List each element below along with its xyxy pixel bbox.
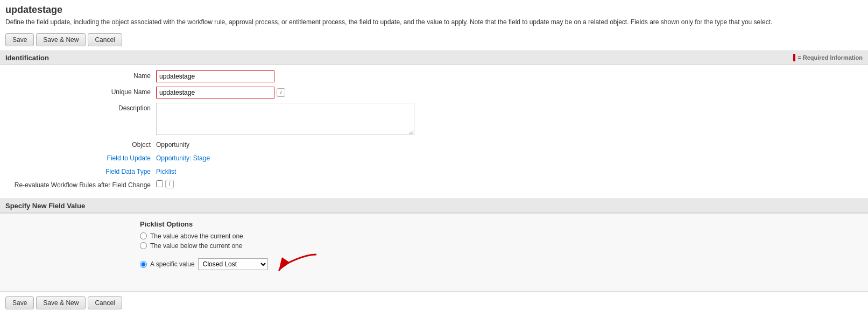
field-to-update-value-wrapper: Opportunity: Stage (156, 153, 863, 162)
field-to-update-label: Field to Update (5, 153, 156, 162)
identification-section-header: Identification = Required Information (0, 51, 868, 65)
bottom-cancel-button[interactable]: Cancel (88, 296, 122, 309)
description-row: Description (0, 103, 868, 135)
description-textarea[interactable] (156, 103, 414, 135)
specify-section-header: Specify New Field Value (0, 199, 868, 213)
picklist-radio-2[interactable] (140, 242, 147, 249)
field-data-type-label: Field Data Type (5, 166, 156, 175)
field-data-type-value: Picklist (156, 166, 176, 175)
object-value-wrapper: Opportunity (156, 139, 863, 149)
description-control-wrapper (156, 103, 863, 135)
picklist-option-3-label: A specific value (150, 260, 195, 268)
bottom-toolbar: Save Save & New Cancel (0, 292, 868, 314)
name-control-wrapper (156, 70, 863, 82)
unique-name-row: Unique Name i (0, 87, 868, 98)
identification-form: Name Unique Name i Description Object Op… (0, 65, 868, 199)
re-evaluate-control-wrapper: i (156, 180, 863, 188)
picklist-option-1: The value above the current one (140, 232, 868, 240)
picklist-option-3: A specific value Closed Lost Closed Won … (140, 252, 868, 277)
picklist-option-2: The value below the current one (140, 242, 868, 250)
red-arrow-svg (273, 252, 322, 275)
re-evaluate-row: Re-evaluate Workflow Rules after Field C… (0, 180, 868, 189)
specify-section-title: Specify New Field Value (5, 202, 85, 210)
identification-section-title: Identification (5, 54, 49, 62)
picklist-radio-3[interactable] (140, 261, 147, 268)
required-bar-icon (793, 54, 795, 61)
page-header: updatestage Define the field update, inc… (0, 0, 868, 29)
field-to-update-value: Opportunity: Stage (156, 153, 210, 162)
unique-name-control-wrapper: i (156, 87, 863, 98)
specific-value-select[interactable]: Closed Lost Closed Won Prospecting Quali… (198, 258, 268, 270)
re-evaluate-label: Re-evaluate Workflow Rules after Field C… (5, 180, 156, 189)
unique-name-info-icon[interactable]: i (277, 88, 285, 97)
object-value: Opportunity (156, 139, 189, 149)
page-description: Define the field update, including the o… (5, 18, 863, 27)
page-wrapper: updatestage Define the field update, inc… (0, 0, 868, 318)
picklist-radio-1[interactable] (140, 232, 147, 239)
picklist-options-container: Picklist Options The value above the cur… (0, 214, 868, 286)
top-toolbar: Save Save & New Cancel (0, 29, 868, 51)
required-info: = Required Information (793, 54, 863, 61)
specify-section: Picklist Options The value above the cur… (0, 213, 868, 291)
name-row: Name (0, 70, 868, 82)
required-info-text: = Required Information (798, 54, 863, 61)
field-to-update-row: Field to Update Opportunity: Stage (0, 153, 868, 162)
top-cancel-button[interactable]: Cancel (88, 33, 122, 46)
top-save-new-button[interactable]: Save & New (36, 33, 86, 46)
picklist-options-label: Picklist Options (140, 220, 868, 228)
object-label: Object (5, 139, 156, 149)
picklist-option-2-label: The value below the current one (150, 242, 242, 250)
page-title: updatestage (5, 4, 863, 16)
field-data-type-row: Field Data Type Picklist (0, 166, 868, 175)
picklist-option-1-label: The value above the current one (150, 232, 243, 240)
red-arrow-annotation (273, 252, 322, 277)
re-evaluate-checkbox[interactable] (156, 180, 163, 187)
object-row: Object Opportunity (0, 139, 868, 149)
unique-name-label: Unique Name (5, 87, 156, 96)
bottom-save-button[interactable]: Save (5, 296, 34, 309)
name-input[interactable] (156, 70, 274, 82)
bottom-save-new-button[interactable]: Save & New (36, 296, 86, 309)
top-save-button[interactable]: Save (5, 33, 34, 46)
description-label: Description (5, 103, 156, 112)
re-evaluate-info-icon[interactable]: i (165, 180, 174, 188)
name-label: Name (5, 70, 156, 80)
unique-name-input[interactable] (156, 87, 274, 98)
field-data-type-value-wrapper: Picklist (156, 166, 863, 175)
